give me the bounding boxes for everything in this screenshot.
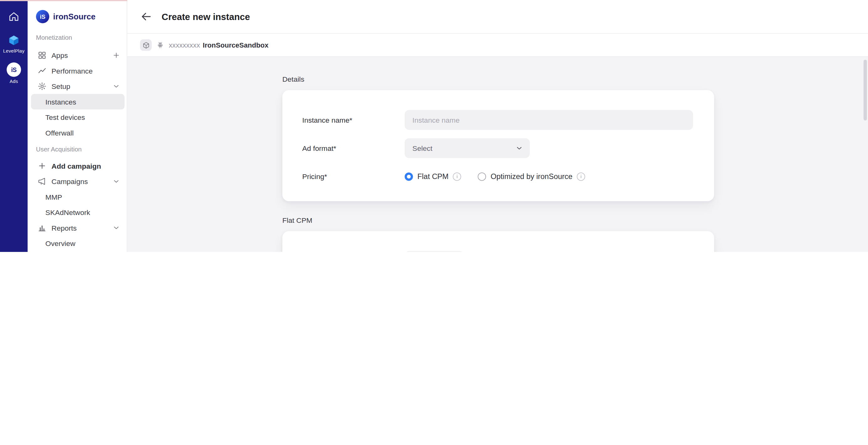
- megaphone-icon: [38, 177, 46, 185]
- home-icon: [8, 11, 20, 23]
- sidebar-item-add-campaign[interactable]: Add campaign: [31, 158, 125, 173]
- sidebar-item-reports[interactable]: Reports: [31, 220, 125, 235]
- sidebar: iS ironSource Monetization Apps: [28, 0, 127, 252]
- brand-logo-icon: iS: [36, 10, 49, 23]
- rail-home-button[interactable]: [8, 11, 20, 23]
- page-header: Create new instance: [127, 0, 868, 34]
- app-window: LevelPlay iS Ads ?: [0, 0, 868, 252]
- chevron-down-icon: [113, 177, 120, 185]
- sidebar-item-label: Apps: [52, 51, 68, 59]
- sidebar-item-label: Setup: [52, 82, 70, 90]
- sidebar-item-label: Campaigns: [52, 177, 88, 185]
- sidebar-item-label: Add campaign: [52, 162, 101, 170]
- back-arrow-icon[interactable]: [140, 11, 152, 23]
- sidebar-item-mmp[interactable]: MMP: [31, 189, 125, 204]
- flat-cpm-radio-option[interactable]: Flat CPM i: [405, 172, 461, 180]
- radio-selected-icon: [405, 172, 413, 180]
- ad-format-selected-value: Select: [412, 144, 432, 152]
- form-content: Details Instance name* Ad format* Select: [127, 57, 868, 252]
- section-header-user-acquisition: User Acquisition: [28, 146, 127, 152]
- sidebar-item-label: SKAdNetwork: [45, 208, 90, 216]
- add-app-plus-icon[interactable]: [113, 51, 120, 59]
- apps-grid-icon: [38, 51, 46, 60]
- instance-name-input[interactable]: [405, 110, 693, 130]
- info-icon[interactable]: i: [453, 172, 461, 180]
- ad-format-select[interactable]: Select: [405, 138, 530, 158]
- details-section-label: Details: [282, 75, 868, 83]
- main-area: Create new instance: [127, 0, 868, 252]
- sidebar-item-setup[interactable]: Setup: [31, 78, 125, 94]
- app-name: IronSourceSandbox: [203, 41, 269, 49]
- chevron-down-icon: [113, 224, 120, 232]
- sidebar-item-overview[interactable]: Overview: [31, 236, 125, 251]
- sidebar-item-label: Overview: [45, 239, 75, 247]
- flat-cpm-section-label: Flat CPM: [282, 216, 868, 225]
- sidebar-item-campaigns[interactable]: Campaigns: [31, 174, 125, 189]
- sidebar-item-apps[interactable]: Apps: [31, 47, 125, 63]
- rail-levelplay-button[interactable]: LevelPlay: [3, 34, 25, 54]
- performance-chart-icon: [38, 66, 46, 75]
- global-cpm-row: Global CPM i $: [302, 251, 694, 252]
- sidebar-item-label: Reports: [52, 224, 76, 232]
- package-icon: [140, 39, 152, 51]
- instance-name-label: Instance name*: [302, 116, 405, 124]
- flat-cpm-card: Global CPM i $ Countries i CPM: [282, 231, 714, 252]
- pricing-radio-group: Flat CPM i Optimized by ironSource i: [405, 172, 585, 180]
- levelplay-cube-icon: [8, 34, 20, 47]
- ad-format-row: Ad format* Select: [302, 138, 694, 158]
- sidebar-item-label: Offerwall: [45, 129, 74, 137]
- optimized-radio-label: Optimized by ironSource: [491, 172, 572, 180]
- rail-ads-label: Ads: [10, 78, 18, 84]
- sidebar-item-test-devices[interactable]: Test devices: [31, 109, 125, 125]
- brand-name: ironSource: [53, 12, 96, 21]
- scrollbar-thumb[interactable]: [864, 60, 867, 121]
- details-card: Instance name* Ad format* Select Pricing…: [282, 90, 714, 201]
- section-header-monetization: Monetization: [28, 34, 127, 41]
- chevron-down-icon: [516, 144, 523, 152]
- sidebar-item-instances[interactable]: Instances: [31, 94, 125, 109]
- brand-monogram: iS: [40, 13, 45, 20]
- pricing-row: Pricing* Flat CPM i Optimized by ironSou…: [302, 167, 694, 186]
- global-cpm-input-wrap: $: [405, 251, 464, 252]
- sidebar-item-offerwall[interactable]: Offerwall: [31, 125, 125, 140]
- sidebar-item-label: Performance: [52, 67, 92, 75]
- sidebar-item-report-generator[interactable]: Report generator: [31, 251, 125, 252]
- window-top-accent: [0, 0, 127, 1]
- sidebar-item-label: MMP: [45, 193, 62, 201]
- rail-levelplay-label: LevelPlay: [3, 48, 25, 54]
- instance-name-row: Instance name*: [302, 110, 694, 130]
- info-icon[interactable]: i: [577, 172, 585, 180]
- sidebar-item-performance[interactable]: Performance: [31, 63, 125, 78]
- flat-cpm-radio-label: Flat CPM: [417, 172, 448, 180]
- app-id: xxxxxxxxx: [169, 41, 200, 49]
- ironsource-logo-icon: iS: [7, 63, 21, 77]
- rail-ads-button[interactable]: iS Ads: [7, 63, 21, 84]
- pricing-label: Pricing*: [302, 172, 405, 180]
- ads-monogram: iS: [11, 66, 16, 73]
- page-title: Create new instance: [162, 11, 250, 22]
- chevron-down-icon: [113, 82, 120, 90]
- app-context-bar: xxxxxxxxx IronSourceSandbox: [127, 34, 868, 57]
- android-icon: [156, 41, 164, 49]
- bar-chart-icon: [38, 224, 46, 232]
- sidebar-item-label: Test devices: [45, 113, 85, 121]
- product-rail: LevelPlay iS Ads ?: [0, 0, 28, 252]
- gear-icon: [38, 82, 46, 91]
- radio-unselected-icon: [478, 172, 486, 180]
- sidebar-item-label: Instances: [45, 98, 76, 106]
- ad-format-label: Ad format*: [302, 144, 405, 152]
- plus-icon: [38, 162, 46, 170]
- brand: iS ironSource: [28, 0, 127, 23]
- optimized-radio-option[interactable]: Optimized by ironSource i: [478, 172, 585, 180]
- sidebar-item-skadnetwork[interactable]: SKAdNetwork: [31, 205, 125, 220]
